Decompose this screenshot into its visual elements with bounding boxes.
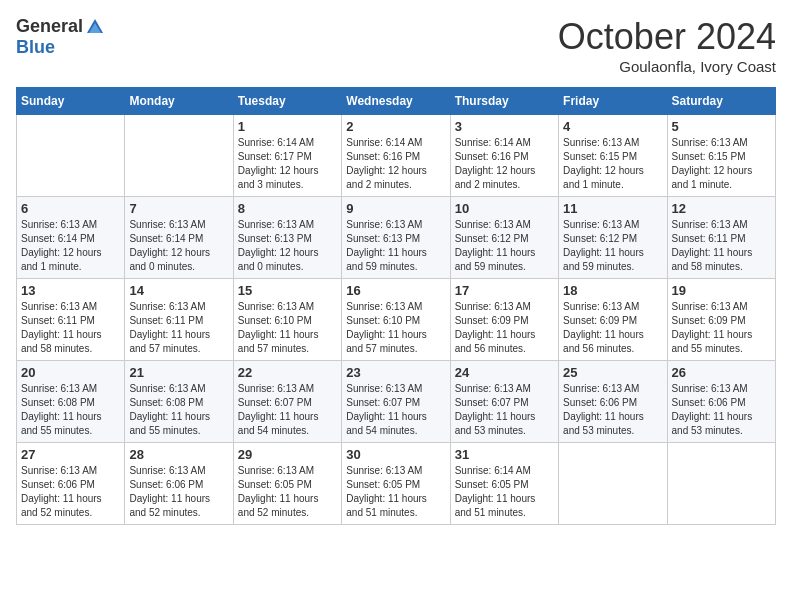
day-info: Sunrise: 6:13 AMSunset: 6:05 PMDaylight:… xyxy=(346,464,445,520)
day-info: Sunrise: 6:14 AMSunset: 6:16 PMDaylight:… xyxy=(455,136,554,192)
calendar-cell: 12Sunrise: 6:13 AMSunset: 6:11 PMDayligh… xyxy=(667,197,775,279)
day-info: Sunrise: 6:13 AMSunset: 6:09 PMDaylight:… xyxy=(455,300,554,356)
day-number: 11 xyxy=(563,201,662,216)
logo: General Blue xyxy=(16,16,105,58)
calendar-header-row: SundayMondayTuesdayWednesdayThursdayFrid… xyxy=(17,88,776,115)
day-info: Sunrise: 6:13 AMSunset: 6:06 PMDaylight:… xyxy=(563,382,662,438)
calendar-week-2: 6Sunrise: 6:13 AMSunset: 6:14 PMDaylight… xyxy=(17,197,776,279)
logo-blue-text: Blue xyxy=(16,37,55,58)
calendar-cell: 15Sunrise: 6:13 AMSunset: 6:10 PMDayligh… xyxy=(233,279,341,361)
day-number: 16 xyxy=(346,283,445,298)
day-info: Sunrise: 6:13 AMSunset: 6:11 PMDaylight:… xyxy=(129,300,228,356)
day-info: Sunrise: 6:13 AMSunset: 6:08 PMDaylight:… xyxy=(21,382,120,438)
calendar-cell: 14Sunrise: 6:13 AMSunset: 6:11 PMDayligh… xyxy=(125,279,233,361)
day-number: 19 xyxy=(672,283,771,298)
calendar-cell xyxy=(559,443,667,525)
day-info: Sunrise: 6:13 AMSunset: 6:05 PMDaylight:… xyxy=(238,464,337,520)
day-number: 23 xyxy=(346,365,445,380)
calendar-cell: 3Sunrise: 6:14 AMSunset: 6:16 PMDaylight… xyxy=(450,115,558,197)
day-number: 2 xyxy=(346,119,445,134)
calendar-cell: 10Sunrise: 6:13 AMSunset: 6:12 PMDayligh… xyxy=(450,197,558,279)
calendar-cell: 31Sunrise: 6:14 AMSunset: 6:05 PMDayligh… xyxy=(450,443,558,525)
day-number: 25 xyxy=(563,365,662,380)
day-number: 8 xyxy=(238,201,337,216)
day-number: 3 xyxy=(455,119,554,134)
weekday-header-wednesday: Wednesday xyxy=(342,88,450,115)
month-title: October 2024 xyxy=(558,16,776,58)
day-number: 22 xyxy=(238,365,337,380)
calendar-cell: 24Sunrise: 6:13 AMSunset: 6:07 PMDayligh… xyxy=(450,361,558,443)
calendar-cell: 7Sunrise: 6:13 AMSunset: 6:14 PMDaylight… xyxy=(125,197,233,279)
day-number: 5 xyxy=(672,119,771,134)
day-info: Sunrise: 6:13 AMSunset: 6:09 PMDaylight:… xyxy=(563,300,662,356)
day-number: 4 xyxy=(563,119,662,134)
day-info: Sunrise: 6:14 AMSunset: 6:05 PMDaylight:… xyxy=(455,464,554,520)
calendar-cell: 16Sunrise: 6:13 AMSunset: 6:10 PMDayligh… xyxy=(342,279,450,361)
calendar-cell: 20Sunrise: 6:13 AMSunset: 6:08 PMDayligh… xyxy=(17,361,125,443)
calendar-cell: 8Sunrise: 6:13 AMSunset: 6:13 PMDaylight… xyxy=(233,197,341,279)
calendar-table: SundayMondayTuesdayWednesdayThursdayFrid… xyxy=(16,87,776,525)
day-number: 1 xyxy=(238,119,337,134)
day-info: Sunrise: 6:13 AMSunset: 6:09 PMDaylight:… xyxy=(672,300,771,356)
calendar-cell: 1Sunrise: 6:14 AMSunset: 6:17 PMDaylight… xyxy=(233,115,341,197)
day-info: Sunrise: 6:13 AMSunset: 6:06 PMDaylight:… xyxy=(129,464,228,520)
calendar-cell: 2Sunrise: 6:14 AMSunset: 6:16 PMDaylight… xyxy=(342,115,450,197)
day-info: Sunrise: 6:13 AMSunset: 6:15 PMDaylight:… xyxy=(563,136,662,192)
calendar-cell xyxy=(125,115,233,197)
day-info: Sunrise: 6:13 AMSunset: 6:13 PMDaylight:… xyxy=(346,218,445,274)
day-number: 6 xyxy=(21,201,120,216)
day-info: Sunrise: 6:13 AMSunset: 6:14 PMDaylight:… xyxy=(129,218,228,274)
calendar-cell: 21Sunrise: 6:13 AMSunset: 6:08 PMDayligh… xyxy=(125,361,233,443)
calendar-cell: 6Sunrise: 6:13 AMSunset: 6:14 PMDaylight… xyxy=(17,197,125,279)
calendar-week-4: 20Sunrise: 6:13 AMSunset: 6:08 PMDayligh… xyxy=(17,361,776,443)
calendar-cell: 28Sunrise: 6:13 AMSunset: 6:06 PMDayligh… xyxy=(125,443,233,525)
calendar-cell: 17Sunrise: 6:13 AMSunset: 6:09 PMDayligh… xyxy=(450,279,558,361)
calendar-cell: 29Sunrise: 6:13 AMSunset: 6:05 PMDayligh… xyxy=(233,443,341,525)
day-info: Sunrise: 6:13 AMSunset: 6:10 PMDaylight:… xyxy=(346,300,445,356)
day-info: Sunrise: 6:13 AMSunset: 6:11 PMDaylight:… xyxy=(21,300,120,356)
weekday-header-sunday: Sunday xyxy=(17,88,125,115)
logo-icon xyxy=(85,17,105,37)
calendar-cell: 30Sunrise: 6:13 AMSunset: 6:05 PMDayligh… xyxy=(342,443,450,525)
day-info: Sunrise: 6:13 AMSunset: 6:06 PMDaylight:… xyxy=(672,382,771,438)
calendar-cell: 25Sunrise: 6:13 AMSunset: 6:06 PMDayligh… xyxy=(559,361,667,443)
calendar-cell: 11Sunrise: 6:13 AMSunset: 6:12 PMDayligh… xyxy=(559,197,667,279)
day-info: Sunrise: 6:13 AMSunset: 6:12 PMDaylight:… xyxy=(455,218,554,274)
day-number: 17 xyxy=(455,283,554,298)
day-info: Sunrise: 6:13 AMSunset: 6:12 PMDaylight:… xyxy=(563,218,662,274)
day-info: Sunrise: 6:13 AMSunset: 6:06 PMDaylight:… xyxy=(21,464,120,520)
calendar-cell: 23Sunrise: 6:13 AMSunset: 6:07 PMDayligh… xyxy=(342,361,450,443)
day-number: 24 xyxy=(455,365,554,380)
day-info: Sunrise: 6:13 AMSunset: 6:15 PMDaylight:… xyxy=(672,136,771,192)
day-number: 27 xyxy=(21,447,120,462)
day-info: Sunrise: 6:13 AMSunset: 6:14 PMDaylight:… xyxy=(21,218,120,274)
day-number: 18 xyxy=(563,283,662,298)
weekday-header-thursday: Thursday xyxy=(450,88,558,115)
calendar-cell: 18Sunrise: 6:13 AMSunset: 6:09 PMDayligh… xyxy=(559,279,667,361)
calendar-cell: 13Sunrise: 6:13 AMSunset: 6:11 PMDayligh… xyxy=(17,279,125,361)
day-number: 26 xyxy=(672,365,771,380)
page-header: General Blue October 2024 Goulaonfla, Iv… xyxy=(16,16,776,75)
logo-general-text: General xyxy=(16,16,83,37)
location-subtitle: Goulaonfla, Ivory Coast xyxy=(558,58,776,75)
calendar-cell: 27Sunrise: 6:13 AMSunset: 6:06 PMDayligh… xyxy=(17,443,125,525)
calendar-cell: 4Sunrise: 6:13 AMSunset: 6:15 PMDaylight… xyxy=(559,115,667,197)
calendar-week-1: 1Sunrise: 6:14 AMSunset: 6:17 PMDaylight… xyxy=(17,115,776,197)
day-number: 13 xyxy=(21,283,120,298)
day-info: Sunrise: 6:13 AMSunset: 6:11 PMDaylight:… xyxy=(672,218,771,274)
calendar-cell: 26Sunrise: 6:13 AMSunset: 6:06 PMDayligh… xyxy=(667,361,775,443)
day-number: 20 xyxy=(21,365,120,380)
day-info: Sunrise: 6:13 AMSunset: 6:07 PMDaylight:… xyxy=(238,382,337,438)
day-info: Sunrise: 6:14 AMSunset: 6:17 PMDaylight:… xyxy=(238,136,337,192)
calendar-week-5: 27Sunrise: 6:13 AMSunset: 6:06 PMDayligh… xyxy=(17,443,776,525)
calendar-cell xyxy=(667,443,775,525)
day-number: 15 xyxy=(238,283,337,298)
day-number: 14 xyxy=(129,283,228,298)
day-number: 10 xyxy=(455,201,554,216)
calendar-cell: 19Sunrise: 6:13 AMSunset: 6:09 PMDayligh… xyxy=(667,279,775,361)
calendar-cell: 22Sunrise: 6:13 AMSunset: 6:07 PMDayligh… xyxy=(233,361,341,443)
day-number: 30 xyxy=(346,447,445,462)
calendar-cell xyxy=(17,115,125,197)
day-number: 29 xyxy=(238,447,337,462)
day-info: Sunrise: 6:13 AMSunset: 6:10 PMDaylight:… xyxy=(238,300,337,356)
